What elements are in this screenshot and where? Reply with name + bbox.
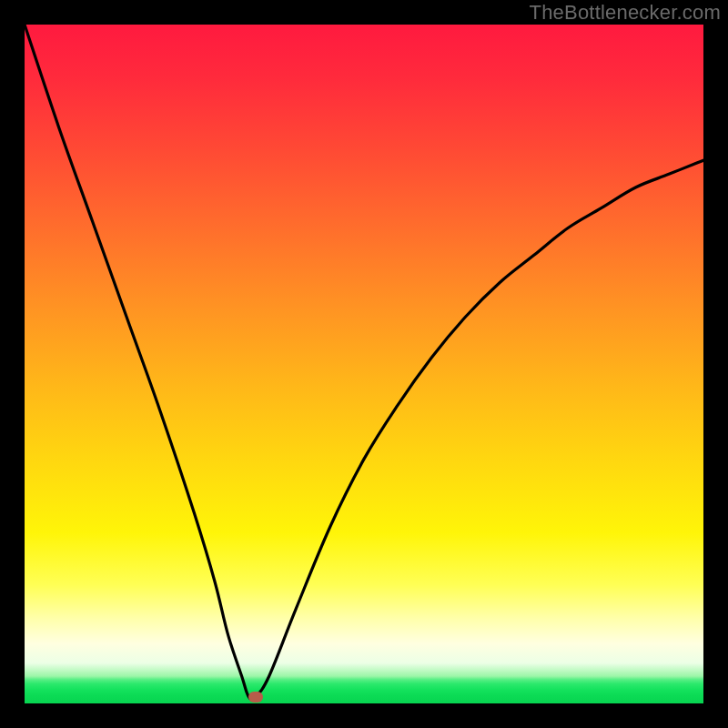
watermark-text: TheBottlenecker.com [530, 1, 721, 25]
plot-area [25, 25, 703, 703]
optimal-point-marker [248, 692, 263, 703]
curve-svg [25, 25, 703, 703]
bottleneck-curve [25, 25, 703, 700]
chart-frame: TheBottlenecker.com [0, 0, 728, 728]
